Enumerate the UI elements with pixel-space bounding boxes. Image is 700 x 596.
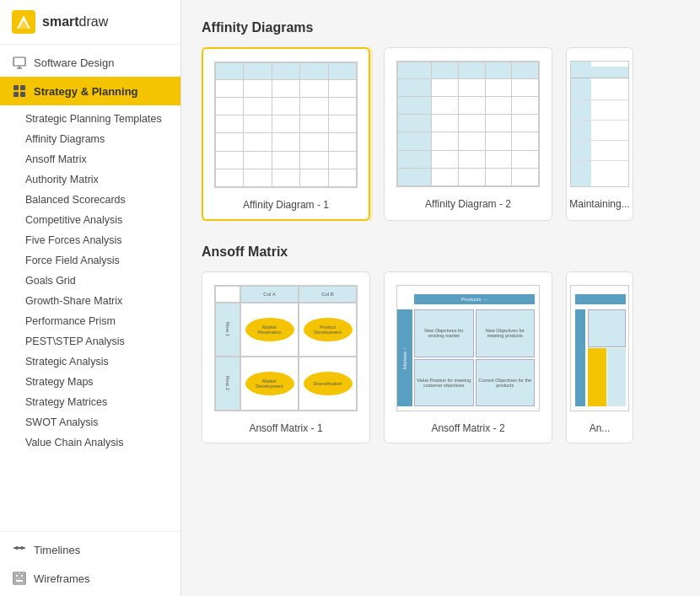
ansoff-2-visual: Products → Markets ↑ New Objectives for … — [396, 285, 540, 411]
affinity-grid-2-visual — [396, 61, 540, 187]
sidebar-sub-item-3[interactable]: Authority Matrix — [0, 169, 180, 190]
affinity-grid-1-visual — [214, 62, 358, 188]
card-ansoff-2[interactable]: Products → Markets ↑ New Objectives for … — [384, 271, 552, 443]
sidebar-item-wireframes[interactable]: Wireframes — [0, 564, 180, 593]
svg-rect-9 — [20, 92, 25, 97]
card-ansoff-2-label: Ansoff Matrix - 2 — [431, 422, 504, 434]
card-ansoff-1-label: Ansoff Matrix - 1 — [249, 422, 322, 434]
card-affinity-1[interactable]: Affinity Diagram - 1 — [202, 47, 370, 221]
sidebar-item-label-strategy-planning: Strategy & Planning — [34, 85, 138, 98]
ansoff-2-top-arrow: Products → — [414, 294, 535, 304]
timeline-icon — [12, 542, 27, 557]
smartdraw-logo-icon — [12, 10, 35, 34]
app-name: smartdraw — [42, 14, 108, 30]
card-ansoff-2-thumbnail: Products → Markets ↑ New Objectives for … — [393, 281, 543, 416]
sidebar-sub-item-2[interactable]: Ansoff Matrix — [0, 149, 180, 169]
sidebar-sub-item-6[interactable]: Five Forces Analysis — [0, 230, 180, 250]
svg-rect-6 — [13, 85, 19, 90]
sidebar-sub-item-10[interactable]: Performance Prism — [0, 311, 180, 331]
sidebar-sub-item-8[interactable]: Goals Grid — [0, 271, 180, 291]
ansoff-3-visual — [570, 285, 629, 411]
card-affinity-2[interactable]: Affinity Diagram - 2 — [384, 47, 552, 221]
ansoff-2-left-arrow: Markets ↑ — [397, 309, 412, 406]
sidebar-sub-item-1[interactable]: Affinity Diagrams — [0, 129, 180, 149]
ansoff-matrix-cards: Col A Col B Row 1 MarketPenetration Prod… — [202, 271, 680, 443]
card-ansoff-3-thumbnail — [570, 281, 629, 416]
card-affinity-1-thumbnail — [212, 57, 360, 192]
maintaining-visual — [570, 61, 629, 187]
sidebar-item-label-wireframes: Wireframes — [34, 572, 89, 585]
sidebar: smartdraw Software Design Strategy & Pla… — [0, 0, 181, 596]
card-ansoff-3[interactable]: An... — [566, 271, 633, 443]
card-maintaining-label: Maintaining... — [569, 198, 629, 210]
card-ansoff-1[interactable]: Col A Col B Row 1 MarketPenetration Prod… — [202, 271, 370, 443]
sidebar-sub-item-0[interactable]: Strategic Planning Templates — [0, 109, 180, 129]
sidebar-sub-item-14[interactable]: Strategy Matrices — [0, 392, 180, 412]
sidebar-item-label-timelines: Timelines — [34, 544, 80, 556]
sidebar-item-software-design[interactable]: Software Design — [0, 48, 180, 77]
logo-area: smartdraw — [0, 0, 180, 45]
sidebar-item-strategy-planning[interactable]: Strategy & Planning — [0, 77, 180, 105]
card-affinity-1-label: Affinity Diagram - 1 — [243, 199, 329, 211]
sidebar-sub-item-11[interactable]: PEST\STEP Analysis — [0, 331, 180, 352]
main-content: Affinity Diagrams — [181, 0, 700, 596]
svg-rect-3 — [13, 57, 25, 66]
card-ansoff-1-thumbnail: Col A Col B Row 1 MarketPenetration Prod… — [211, 281, 361, 416]
card-ansoff-3-label: An... — [590, 422, 611, 434]
card-maintaining-thumbnail — [570, 56, 629, 191]
svg-point-12 — [20, 546, 24, 550]
sidebar-item-timelines[interactable]: Timelines — [0, 535, 180, 564]
ansoff-1-visual: Col A Col B Row 1 MarketPenetration Prod… — [214, 285, 358, 411]
sidebar-sub-item-7[interactable]: Force Field Analysis — [0, 250, 180, 271]
sidebar-sub-item-15[interactable]: SWOT Analysis — [0, 412, 180, 432]
card-maintaining[interactable]: Maintaining... — [566, 47, 633, 221]
card-affinity-2-thumbnail — [393, 56, 543, 191]
sidebar-top-section: Software Design Strategy & Planning — [0, 45, 180, 109]
sidebar-sub-items: Strategic Planning Templates Affinity Di… — [0, 109, 180, 453]
sidebar-sub-item-9[interactable]: Growth-Share Matrix — [0, 291, 180, 311]
wireframe-icon — [12, 571, 27, 586]
svg-rect-14 — [15, 574, 19, 577]
sidebar-sub-item-12[interactable]: Strategic Analysis — [0, 352, 180, 372]
grid-icon — [12, 83, 27, 99]
svg-rect-16 — [15, 579, 24, 583]
svg-point-11 — [15, 546, 19, 550]
sidebar-bottom-section: Timelines Wireframes — [0, 531, 180, 596]
sidebar-sub-item-16[interactable]: Value Chain Analysis — [0, 432, 180, 453]
sidebar-sub-item-5[interactable]: Competitive Analysis — [0, 210, 180, 230]
ansoff-matrix-section: Ansoff Matrix Col A Col B Row 1 — [202, 244, 680, 443]
monitor-icon — [12, 55, 27, 70]
ansoff-matrix-title: Ansoff Matrix — [202, 244, 680, 260]
ansoff-2-grid: New Objectives for existing market New O… — [414, 309, 535, 406]
svg-rect-7 — [20, 85, 25, 90]
svg-rect-8 — [13, 92, 19, 97]
affinity-diagrams-cards: Affinity Diagram - 1 — [202, 47, 680, 221]
card-affinity-2-label: Affinity Diagram - 2 — [425, 198, 511, 210]
sidebar-sub-item-13[interactable]: Strategy Maps — [0, 372, 180, 392]
svg-rect-15 — [20, 574, 24, 577]
affinity-diagrams-section: Affinity Diagrams — [202, 20, 680, 221]
affinity-diagrams-title: Affinity Diagrams — [202, 20, 680, 35]
sidebar-sub-item-4[interactable]: Balanced Scorecards — [0, 190, 180, 210]
sidebar-item-label-software-design: Software Design — [34, 56, 114, 69]
